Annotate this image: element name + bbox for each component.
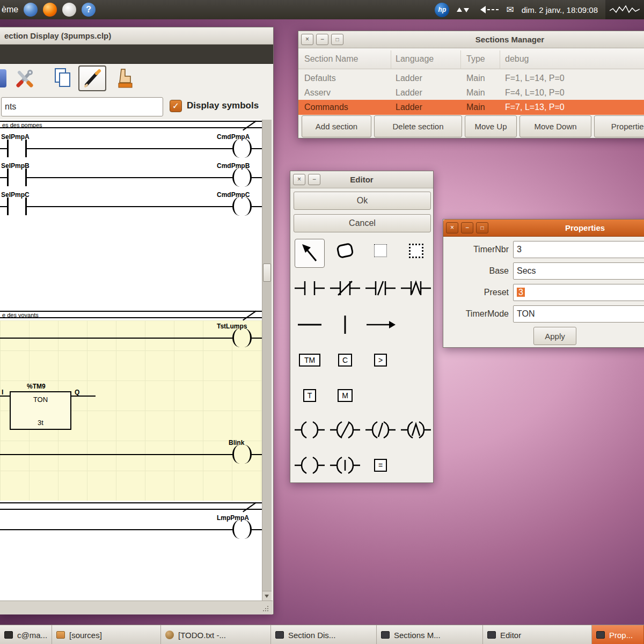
ladder-rung[interactable]: TstLumps (0, 322, 262, 354)
hand-pointer-icon[interactable] (113, 67, 134, 90)
properties-button[interactable]: Properties (594, 115, 644, 137)
base-input[interactable]: Secs (513, 262, 644, 280)
table-row[interactable]: Defaults Ladder Main F=1, L=14, P=0 (298, 71, 644, 85)
table-row-selected[interactable]: Commands Ladder Main F=7, L=13, P=0 (298, 100, 644, 115)
mail-app-icon[interactable] (62, 3, 76, 17)
coil-call-tool[interactable] (330, 453, 360, 477)
timermode-input[interactable]: TON (513, 305, 644, 323)
column-header[interactable]: Language (396, 48, 434, 69)
timer-block[interactable]: %TM9 I Q TON 3t (0, 383, 107, 442)
properties-titlebar[interactable]: Properties (443, 219, 644, 237)
contact-open-tool[interactable] (295, 276, 325, 300)
copy-icon[interactable] (53, 67, 74, 90)
contact-bar (7, 169, 9, 186)
vertical-scrollbar[interactable] (262, 120, 272, 601)
column-header[interactable]: Section Name (304, 48, 358, 69)
maximize-icon[interactable] (331, 34, 343, 45)
close-icon[interactable] (301, 34, 313, 45)
ladder-rung[interactable]: SelPmpA CmdPmpA (0, 133, 262, 165)
monostable-block-tool[interactable]: M (330, 384, 360, 407)
sound-wave-indicator[interactable] (605, 0, 644, 19)
display-symbols-checkbox[interactable] (170, 100, 182, 112)
coil-tool[interactable] (295, 418, 325, 442)
move-up-button[interactable]: Move Up (465, 115, 517, 137)
help-icon[interactable] (82, 3, 96, 17)
minimize-icon[interactable] (461, 222, 473, 233)
pencil-tool-button[interactable] (78, 65, 106, 91)
taskbar-item-section-display[interactable]: Section Dis... (271, 625, 377, 644)
menu-text-clipped[interactable]: ème (2, 5, 18, 14)
apply-button[interactable]: Apply (533, 327, 576, 345)
coil-set-tool[interactable] (365, 418, 396, 442)
timer-iec-block-tool[interactable]: T (295, 384, 325, 407)
timernbr-input[interactable]: 3 (513, 241, 644, 258)
clock[interactable]: dim. 2 janv., 18:09:08 (522, 5, 598, 14)
contact-rising-edge-tool[interactable] (365, 276, 396, 300)
minimize-icon[interactable] (308, 174, 320, 185)
scrollbar-down-button[interactable] (262, 591, 272, 601)
table-row[interactable]: Asserv Ladder Main F=4, L=10, P=0 (298, 85, 644, 100)
ladder-rung[interactable]: Blink (0, 438, 262, 471)
coil-reset-tool[interactable] (401, 418, 431, 442)
compare-block-tool[interactable]: > (365, 348, 396, 372)
ladder-canvas[interactable]: es des pompes SelPmpA CmdPmpA SelPmpB Cm… (0, 120, 262, 601)
counter-block-tool[interactable]: C (330, 348, 360, 372)
add-section-button[interactable]: Add section (302, 115, 371, 137)
cancel-button[interactable]: Cancel (294, 214, 431, 232)
network-arrows-icon[interactable] (457, 8, 469, 12)
coil-jump-tool[interactable] (295, 453, 325, 477)
preset-input[interactable]: 3 (513, 284, 644, 301)
taskbar-item-editor[interactable]: Editor (483, 625, 592, 644)
tools-icon[interactable] (13, 67, 36, 91)
column-header[interactable]: Type (466, 48, 485, 69)
maximize-icon[interactable] (476, 222, 488, 233)
operate-block-tool[interactable]: = (365, 453, 396, 477)
contact-closed-tool[interactable] (330, 276, 360, 300)
long-connection-tool[interactable] (365, 313, 396, 336)
selection-block-tool[interactable] (401, 239, 431, 262)
eraser-tool[interactable] (330, 239, 360, 262)
section-display-titlebar[interactable]: ection Display (3pumps.clp) (0, 27, 273, 45)
sections-manager-titlebar[interactable]: Sections Manager (298, 31, 644, 48)
wire (252, 206, 262, 207)
taskbar-item-todo[interactable]: [TODO.txt -... (161, 625, 271, 644)
terminal-icon (4, 631, 13, 639)
coil-negated-tool[interactable] (330, 418, 360, 442)
globe-icon[interactable] (24, 3, 38, 17)
selection-dotted-tool[interactable] (365, 239, 396, 262)
scrollbar-thumb[interactable] (263, 264, 271, 282)
palette-row (290, 418, 434, 442)
minimize-icon[interactable] (316, 34, 328, 45)
volume-icon[interactable] (477, 6, 499, 13)
horizontal-wire-tool[interactable] (295, 313, 325, 336)
mail-indicator-icon[interactable] (506, 4, 514, 15)
section-name-input[interactable] (1, 97, 163, 116)
ladder-rung[interactable]: SelPmpB CmdPmpB (0, 162, 262, 194)
ladder-rung[interactable]: LmpPmpA (0, 514, 262, 546)
editor-titlebar[interactable]: Editor (290, 171, 433, 188)
taskbar-item-properties[interactable]: Prop... (592, 625, 644, 644)
close-icon[interactable] (293, 174, 305, 185)
contact-falling-edge-tool[interactable] (401, 276, 431, 300)
ladder-rung[interactable]: SelPmpC CmdPmpC (0, 191, 262, 223)
pointer-tool[interactable] (295, 239, 325, 268)
taskbar-item-sections-manager[interactable]: Sections M... (377, 625, 483, 644)
editor-window[interactable]: Editor Ok Cancel (290, 171, 434, 483)
taskbar-item-sources[interactable]: [sources] (52, 625, 161, 644)
delete-section-button[interactable]: Delete section (374, 115, 462, 137)
properties-window[interactable]: Properties TimerNbr 3 Base Secs Preset 3… (443, 219, 644, 348)
timer-name-label: %TM9 (27, 383, 46, 390)
firefox-icon[interactable] (43, 3, 57, 17)
clipped-toolbar-icon[interactable] (0, 69, 6, 87)
resize-grip[interactable] (263, 605, 269, 611)
hp-logo-icon[interactable]: hp (435, 3, 449, 17)
timer-block-tool[interactable]: TM (295, 348, 325, 372)
sections-manager-window[interactable]: Sections Manager Section Name Language T… (298, 31, 644, 138)
section-display-window[interactable]: ection Display (3pumps.clp) (0, 27, 274, 614)
close-icon[interactable] (446, 222, 458, 233)
ok-button[interactable]: Ok (294, 192, 431, 210)
taskbar-item-terminal[interactable]: c@ma... (0, 625, 52, 644)
move-down-button[interactable]: Move Down (519, 115, 591, 137)
column-header[interactable]: debug (505, 48, 529, 69)
vertical-wire-tool[interactable] (330, 313, 360, 336)
